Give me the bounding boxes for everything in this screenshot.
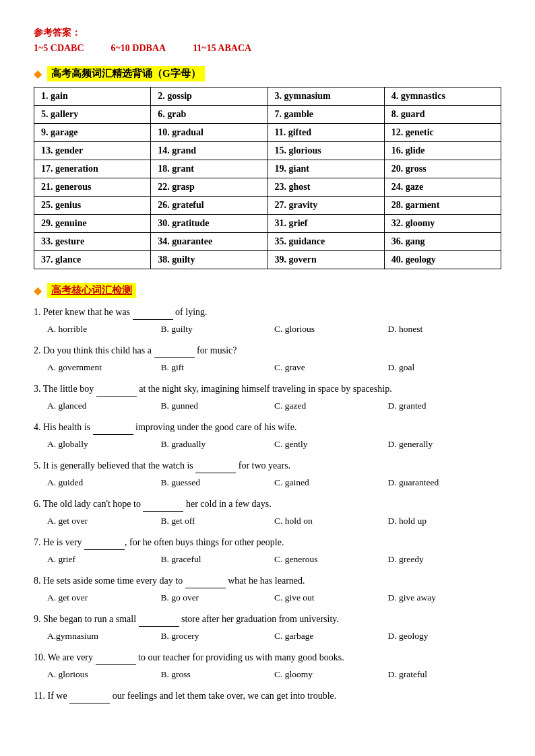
question-block: 3. The little boy at the night sky, imag… <box>34 382 501 413</box>
option-d: D. goal <box>388 360 502 375</box>
vocab-cell: 2. gossip <box>151 88 268 106</box>
vocab-cell: 5. gallery <box>34 106 151 124</box>
diamond-icon-2: ◆ <box>34 284 42 297</box>
question-stem: 4. His health is improving under the goo… <box>34 420 501 435</box>
option-a: A. glanced <box>47 399 161 413</box>
vocab-cell: 12. genetic <box>384 124 501 142</box>
vocab-cell: 35. guidance <box>268 233 384 251</box>
answer-group-2: 6~10 DDBAA <box>111 43 166 54</box>
option-b: B. get off <box>161 514 275 528</box>
vocab-cell: 29. genuine <box>34 215 151 233</box>
option-d: D. honest <box>388 322 502 337</box>
vocab-cell: 23. ghost <box>268 178 384 197</box>
answers-row: 1~5 CDABC 6~10 DDBAA 11~15 ABACA <box>34 43 501 54</box>
option-b: B. gift <box>161 360 275 375</box>
vocab-cell: 11. gifted <box>268 124 384 142</box>
option-a: A. get over <box>47 514 161 528</box>
option-a: A. glorious <box>47 667 161 682</box>
answer-section: 参考答案： 1~5 CDABC 6~10 DDBAA 11~15 ABACA <box>34 27 501 54</box>
vocab-cell: 22. grasp <box>151 178 268 197</box>
vocab-cell: 14. grand <box>151 142 268 160</box>
options-row: A. horribleB. guiltyC. gloriousD. honest <box>34 322 501 337</box>
vocab-cell: 32. gloomy <box>384 215 501 233</box>
vocab-cell: 40. geology <box>384 251 501 269</box>
vocab-title: 高考高频词汇精选背诵（G字母） <box>47 66 205 81</box>
question-block: 11. If we our feelings and let them take… <box>34 689 501 703</box>
option-c: C. garbage <box>274 629 388 644</box>
option-c: C. generous <box>274 552 388 567</box>
vocab-cell: 34. guarantee <box>151 233 268 251</box>
vocab-cell: 18. grant <box>151 160 268 178</box>
option-a: A. government <box>47 360 161 375</box>
vocab-cell: 33. gesture <box>34 233 151 251</box>
question-stem: 5. It is generally believed that the wat… <box>34 458 501 473</box>
vocab-cell: 38. guilty <box>151 251 268 269</box>
vocab-cell: 7. gamble <box>268 106 384 124</box>
question-block: 6. The old lady can't hope to her cold i… <box>34 497 501 528</box>
option-d: D. greedy <box>388 552 502 567</box>
vocab-cell: 39. govern <box>268 251 384 269</box>
vocab-section: ◆ 高考高频词汇精选背诵（G字母） 1. gain2. gossip3. gym… <box>34 66 501 269</box>
options-row: A.gymnasiumB. groceryC. garbageD. geolog… <box>34 629 501 644</box>
question-block: 1. Peter knew that he was of lying.A. ho… <box>34 305 501 337</box>
options-row: A. get overB. go overC. give outD. give … <box>34 590 501 605</box>
vocab-cell: 31. grief <box>268 215 384 233</box>
vocab-cell: 25. genius <box>34 197 151 215</box>
answer-group-3: 11~15 ABACA <box>193 43 251 54</box>
options-row: A. governmentB. giftC. graveD. goal <box>34 360 501 375</box>
vocab-cell: 10. gradual <box>151 124 268 142</box>
vocab-cell: 13. gender <box>34 142 151 160</box>
option-d: D. give away <box>388 590 502 605</box>
question-block: 7. He is very , for he often buys things… <box>34 535 501 567</box>
question-stem: 1. Peter knew that he was of lying. <box>34 305 501 320</box>
question-block: 9. She began to run a small store after … <box>34 612 501 644</box>
vocab-cell: 1. gain <box>34 88 151 106</box>
option-b: B. grocery <box>161 629 275 644</box>
vocab-cell: 26. grateful <box>151 197 268 215</box>
vocab-cell: 36. gang <box>384 233 501 251</box>
test-title: 高考核心词汇检测 <box>47 283 136 298</box>
question-block: 2. Do you think this child has a for mus… <box>34 343 501 375</box>
question-stem: 9. She began to run a small store after … <box>34 612 501 627</box>
option-c: C. gently <box>274 437 388 452</box>
option-b: B. gradually <box>161 437 275 452</box>
option-c: C. gained <box>274 475 388 490</box>
options-row: A. glancedB. gunnedC. gazedD. granted <box>34 399 501 413</box>
vocab-cell: 17. generation <box>34 160 151 178</box>
vocab-cell: 21. generous <box>34 178 151 197</box>
vocab-cell: 28. garment <box>384 197 501 215</box>
answer-label: 参考答案： <box>34 27 501 39</box>
question-block: 10. We are very to our teacher for provi… <box>34 650 501 682</box>
vocab-cell: 30. gratitude <box>151 215 268 233</box>
option-c: C. hold on <box>274 514 388 528</box>
option-b: B. gunned <box>161 399 275 413</box>
option-a: A. guided <box>47 475 161 490</box>
option-c: C. gazed <box>274 399 388 413</box>
vocab-cell: 4. gymnastics <box>384 88 501 106</box>
option-d: D. generally <box>388 437 502 452</box>
question-block: 4. His health is improving under the goo… <box>34 420 501 452</box>
option-b: B. guilty <box>161 322 275 337</box>
option-d: D. guaranteed <box>388 475 502 490</box>
diamond-icon: ◆ <box>34 67 42 80</box>
option-d: D. geology <box>388 629 502 644</box>
vocab-cell: 24. gaze <box>384 178 501 197</box>
option-c: C. glorious <box>274 322 388 337</box>
option-b: B. gross <box>161 667 275 682</box>
question-block: 8. He sets aside some time every day to … <box>34 574 501 605</box>
vocab-cell: 20. gross <box>384 160 501 178</box>
option-b: B. graceful <box>161 552 275 567</box>
option-a: A.gymnasium <box>47 629 161 644</box>
options-row: A. globallyB. graduallyC. gentlyD. gener… <box>34 437 501 452</box>
option-a: A. get over <box>47 590 161 605</box>
option-b: B. guessed <box>161 475 275 490</box>
answer-group-1: 1~5 CDABC <box>34 43 84 54</box>
options-row: A. gloriousB. grossC. gloomyD. grateful <box>34 667 501 682</box>
vocab-cell: 15. glorious <box>268 142 384 160</box>
question-stem: 6. The old lady can't hope to her cold i… <box>34 497 501 512</box>
option-c: C. gloomy <box>274 667 388 682</box>
option-d: D. grateful <box>388 667 502 682</box>
option-b: B. go over <box>161 590 275 605</box>
vocab-cell: 16. glide <box>384 142 501 160</box>
vocab-cell: 9. garage <box>34 124 151 142</box>
